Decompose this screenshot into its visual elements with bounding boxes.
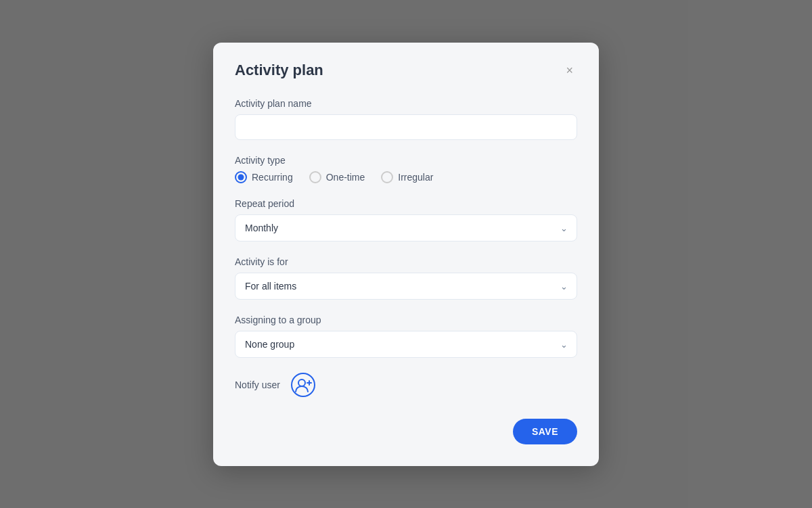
activity-type-group: Activity type Recurring One-time Irregul…	[235, 155, 577, 183]
notify-user-label: Notify user	[235, 379, 280, 390]
repeat-period-label: Repeat period	[235, 198, 577, 209]
radio-group: Recurring One-time Irregular	[235, 171, 577, 183]
radio-recurring[interactable]: Recurring	[235, 171, 293, 183]
repeat-period-select[interactable]: Monthly Weekly Daily Yearly	[235, 214, 577, 241]
assigning-group-label: Assigning to a group	[235, 315, 577, 325]
svg-point-0	[292, 373, 315, 396]
radio-one-time-input[interactable]	[309, 171, 321, 183]
modal-title: Activity plan	[235, 62, 323, 79]
radio-irregular-input[interactable]	[381, 171, 393, 183]
plan-name-label: Activity plan name	[235, 98, 577, 109]
close-button[interactable]: ×	[562, 63, 577, 78]
assigning-group-select[interactable]: None group	[235, 331, 577, 358]
plan-name-input[interactable]	[235, 114, 577, 140]
repeat-period-group: Repeat period Monthly Weekly Daily Yearl…	[235, 198, 577, 241]
overlay: Activity plan × Activity plan name Activ…	[0, 0, 812, 508]
radio-irregular[interactable]: Irregular	[381, 171, 433, 183]
radio-recurring-input[interactable]	[235, 171, 247, 183]
modal-header: Activity plan ×	[235, 62, 577, 79]
activity-is-for-label: Activity is for	[235, 256, 577, 267]
save-button[interactable]: SAVE	[513, 419, 577, 444]
activity-is-for-wrapper: For all items For selected items ⌄	[235, 273, 577, 300]
modal-footer: SAVE	[235, 419, 577, 444]
plan-name-group: Activity plan name	[235, 98, 577, 140]
notify-user-row: Notify user	[235, 373, 577, 397]
modal-dialog: Activity plan × Activity plan name Activ…	[213, 43, 599, 466]
radio-one-time-label: One-time	[326, 172, 365, 183]
repeat-period-wrapper: Monthly Weekly Daily Yearly ⌄	[235, 214, 577, 241]
activity-type-label: Activity type	[235, 155, 577, 166]
activity-is-for-select[interactable]: For all items For selected items	[235, 273, 577, 300]
activity-is-for-group: Activity is for For all items For select…	[235, 256, 577, 300]
assigning-group-wrapper: None group ⌄	[235, 331, 577, 358]
radio-one-time[interactable]: One-time	[309, 171, 365, 183]
assigning-group-group: Assigning to a group None group ⌄	[235, 315, 577, 358]
radio-recurring-label: Recurring	[252, 172, 293, 183]
radio-irregular-label: Irregular	[398, 172, 433, 183]
add-user-icon[interactable]	[291, 373, 315, 397]
svg-point-1	[298, 379, 305, 386]
